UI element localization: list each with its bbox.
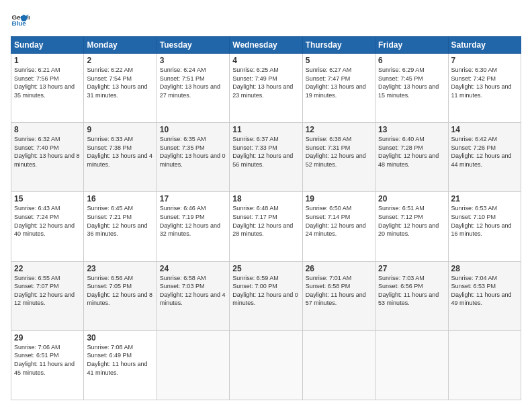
day-info: Sunrise: 6:29 AMSunset: 7:45 PMDaylight:… <box>378 66 445 99</box>
day-number: 24 <box>160 264 226 273</box>
day-info: Sunrise: 6:40 AMSunset: 7:28 PMDaylight:… <box>378 135 445 169</box>
calendar-cell: 18Sunrise: 6:48 AMSunset: 7:17 PMDayligh… <box>230 192 302 261</box>
day-info: Sunrise: 6:24 AMSunset: 7:51 PMDaylight:… <box>160 66 226 99</box>
day-number: 12 <box>306 125 372 134</box>
day-info: Sunrise: 6:27 AMSunset: 7:47 PMDaylight:… <box>306 66 372 99</box>
day-number: 7 <box>451 56 518 65</box>
calendar-cell: 22Sunrise: 6:55 AMSunset: 7:07 PMDayligh… <box>11 261 84 330</box>
day-header-tuesday: Tuesday <box>157 37 229 54</box>
logo-icon: General Blue <box>11 11 30 30</box>
calendar-table: SundayMondayTuesdayWednesdayThursdayFrid… <box>11 36 521 400</box>
week-row-4: 22Sunrise: 6:55 AMSunset: 7:07 PMDayligh… <box>11 261 521 330</box>
day-number: 30 <box>87 333 153 342</box>
day-number: 25 <box>232 264 299 273</box>
day-info: Sunrise: 7:06 AMSunset: 6:51 PMDaylight:… <box>14 343 81 377</box>
day-info: Sunrise: 6:45 AMSunset: 7:21 PMDaylight:… <box>87 204 153 238</box>
calendar-cell: 12Sunrise: 6:38 AMSunset: 7:31 PMDayligh… <box>302 123 375 192</box>
calendar-cell: 2Sunrise: 6:22 AMSunset: 7:54 PMDaylight… <box>84 54 157 123</box>
calendar-cell: 25Sunrise: 6:59 AMSunset: 7:00 PMDayligh… <box>230 261 302 330</box>
day-header-monday: Monday <box>84 37 157 54</box>
day-number: 10 <box>160 125 226 134</box>
day-info: Sunrise: 6:46 AMSunset: 7:19 PMDaylight:… <box>160 204 226 238</box>
calendar-cell: 24Sunrise: 6:58 AMSunset: 7:03 PMDayligh… <box>157 261 229 330</box>
calendar-header-row: SundayMondayTuesdayWednesdayThursdayFrid… <box>11 37 521 54</box>
calendar-cell: 28Sunrise: 7:04 AMSunset: 6:53 PMDayligh… <box>448 261 521 330</box>
day-header-friday: Friday <box>375 37 448 54</box>
calendar-cell: 23Sunrise: 6:56 AMSunset: 7:05 PMDayligh… <box>84 261 157 330</box>
day-number: 2 <box>87 56 153 65</box>
day-info: Sunrise: 6:35 AMSunset: 7:35 PMDaylight:… <box>160 135 226 169</box>
day-number: 29 <box>14 333 81 342</box>
week-row-3: 15Sunrise: 6:43 AMSunset: 7:24 PMDayligh… <box>11 192 521 261</box>
calendar-cell: 3Sunrise: 6:24 AMSunset: 7:51 PMDaylight… <box>157 54 229 123</box>
day-number: 1 <box>14 56 81 65</box>
calendar-cell: 8Sunrise: 6:32 AMSunset: 7:40 PMDaylight… <box>11 123 84 192</box>
day-info: Sunrise: 6:56 AMSunset: 7:05 PMDaylight:… <box>87 274 153 308</box>
day-info: Sunrise: 6:42 AMSunset: 7:26 PMDaylight:… <box>451 135 518 169</box>
calendar-cell: 26Sunrise: 7:01 AMSunset: 6:58 PMDayligh… <box>302 261 375 330</box>
day-number: 15 <box>14 194 81 203</box>
calendar-cell <box>157 330 229 400</box>
day-info: Sunrise: 6:21 AMSunset: 7:56 PMDaylight:… <box>14 66 81 99</box>
day-info: Sunrise: 6:48 AMSunset: 7:17 PMDaylight:… <box>232 204 299 238</box>
day-number: 17 <box>160 194 226 203</box>
day-info: Sunrise: 6:38 AMSunset: 7:31 PMDaylight:… <box>306 135 372 169</box>
day-number: 4 <box>232 56 299 65</box>
calendar-cell: 27Sunrise: 7:03 AMSunset: 6:56 PMDayligh… <box>375 261 448 330</box>
day-info: Sunrise: 6:37 AMSunset: 7:33 PMDaylight:… <box>232 135 299 169</box>
calendar-cell: 29Sunrise: 7:06 AMSunset: 6:51 PMDayligh… <box>11 330 84 400</box>
day-info: Sunrise: 7:03 AMSunset: 6:56 PMDaylight:… <box>378 274 445 308</box>
calendar-cell: 21Sunrise: 6:53 AMSunset: 7:10 PMDayligh… <box>448 192 521 261</box>
calendar-cell: 5Sunrise: 6:27 AMSunset: 7:47 PMDaylight… <box>302 54 375 123</box>
calendar-cell: 1Sunrise: 6:21 AMSunset: 7:56 PMDaylight… <box>11 54 84 123</box>
calendar-cell: 15Sunrise: 6:43 AMSunset: 7:24 PMDayligh… <box>11 192 84 261</box>
calendar-cell: 7Sunrise: 6:30 AMSunset: 7:42 PMDaylight… <box>448 54 521 123</box>
calendar-cell: 17Sunrise: 6:46 AMSunset: 7:19 PMDayligh… <box>157 192 229 261</box>
calendar-cell <box>448 330 521 400</box>
day-number: 18 <box>232 194 299 203</box>
week-row-2: 8Sunrise: 6:32 AMSunset: 7:40 PMDaylight… <box>11 123 521 192</box>
day-info: Sunrise: 6:59 AMSunset: 7:00 PMDaylight:… <box>232 274 299 308</box>
day-info: Sunrise: 6:33 AMSunset: 7:38 PMDaylight:… <box>87 135 153 169</box>
day-number: 9 <box>87 125 153 134</box>
logo: General Blue <box>11 11 30 30</box>
day-number: 22 <box>14 264 81 273</box>
day-number: 8 <box>14 125 81 134</box>
day-info: Sunrise: 6:25 AMSunset: 7:49 PMDaylight:… <box>232 66 299 99</box>
calendar-cell: 30Sunrise: 7:08 AMSunset: 6:49 PMDayligh… <box>84 330 157 400</box>
day-info: Sunrise: 6:55 AMSunset: 7:07 PMDaylight:… <box>14 274 81 308</box>
day-info: Sunrise: 7:08 AMSunset: 6:49 PMDaylight:… <box>87 343 153 377</box>
day-number: 5 <box>306 56 372 65</box>
day-number: 3 <box>160 56 226 65</box>
calendar-cell <box>302 330 375 400</box>
calendar-cell: 11Sunrise: 6:37 AMSunset: 7:33 PMDayligh… <box>230 123 302 192</box>
day-number: 20 <box>378 194 445 203</box>
day-number: 28 <box>451 264 518 273</box>
day-number: 19 <box>306 194 372 203</box>
calendar-cell <box>375 330 448 400</box>
day-info: Sunrise: 6:32 AMSunset: 7:40 PMDaylight:… <box>14 135 81 169</box>
day-number: 21 <box>451 194 518 203</box>
day-header-saturday: Saturday <box>448 37 521 54</box>
week-row-5: 29Sunrise: 7:06 AMSunset: 6:51 PMDayligh… <box>11 330 521 400</box>
day-info: Sunrise: 7:01 AMSunset: 6:58 PMDaylight:… <box>306 274 372 308</box>
day-info: Sunrise: 6:51 AMSunset: 7:12 PMDaylight:… <box>378 204 445 238</box>
day-info: Sunrise: 6:53 AMSunset: 7:10 PMDaylight:… <box>451 204 518 238</box>
day-info: Sunrise: 6:22 AMSunset: 7:54 PMDaylight:… <box>87 66 153 99</box>
calendar-cell: 9Sunrise: 6:33 AMSunset: 7:38 PMDaylight… <box>84 123 157 192</box>
day-header-wednesday: Wednesday <box>230 37 302 54</box>
calendar-cell: 4Sunrise: 6:25 AMSunset: 7:49 PMDaylight… <box>230 54 302 123</box>
calendar-cell: 19Sunrise: 6:50 AMSunset: 7:14 PMDayligh… <box>302 192 375 261</box>
header: General Blue <box>11 11 521 30</box>
week-row-1: 1Sunrise: 6:21 AMSunset: 7:56 PMDaylight… <box>11 54 521 123</box>
calendar-cell: 20Sunrise: 6:51 AMSunset: 7:12 PMDayligh… <box>375 192 448 261</box>
day-info: Sunrise: 6:43 AMSunset: 7:24 PMDaylight:… <box>14 204 81 238</box>
day-number: 27 <box>378 264 445 273</box>
calendar-cell: 13Sunrise: 6:40 AMSunset: 7:28 PMDayligh… <box>375 123 448 192</box>
day-number: 26 <box>306 264 372 273</box>
day-header-thursday: Thursday <box>302 37 375 54</box>
day-header-sunday: Sunday <box>11 37 84 54</box>
calendar-cell: 10Sunrise: 6:35 AMSunset: 7:35 PMDayligh… <box>157 123 229 192</box>
day-number: 23 <box>87 264 153 273</box>
page: General Blue SundayMondayTuesdayWednesda… <box>0 0 532 411</box>
